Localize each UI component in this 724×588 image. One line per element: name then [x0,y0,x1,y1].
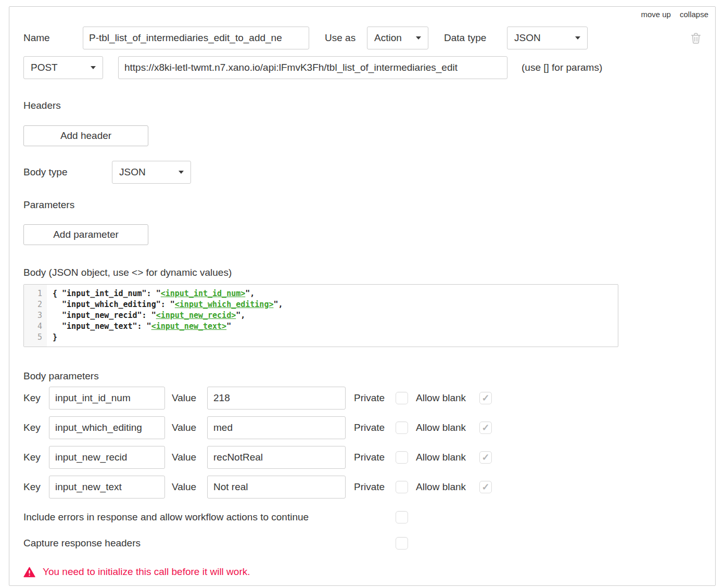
code-text: "input_new_text": "<input_new_text>" [47,321,231,332]
move-up-link[interactable]: move up [641,10,671,20]
name-input[interactable] [83,27,309,49]
url-input[interactable] [118,56,507,79]
key-label: Key [23,452,49,463]
json-text: } [53,333,57,342]
params-hint: (use [] for params) [522,62,602,73]
chevron-down-icon [416,36,421,40]
body-parameter-row: KeyValuePrivateAllow blank✓ [23,476,701,498]
key-label: Key [23,481,49,493]
private-checkbox[interactable] [396,481,408,493]
use-as-label: Use as [325,32,367,44]
dynamic-value: <input_new_recid> [156,311,236,320]
key-input[interactable] [49,387,165,410]
add-header-button[interactable]: Add header [23,125,148,146]
code-text: } [47,332,57,343]
allow-blank-checkbox[interactable]: ✓ [479,481,492,493]
value-input[interactable] [207,387,346,410]
body-type-dropdown[interactable]: JSON [112,161,191,184]
body-parameter-row: KeyValuePrivateAllow blank✓ [23,446,701,469]
key-input[interactable] [49,416,165,439]
code-text: "input_new_recid": "<input_new_recid>", [47,310,245,321]
chevron-down-icon [575,36,580,40]
code-lines: 1{ "input_int_id_num": "<input_int_id_nu… [24,288,618,343]
allow-blank-label: Allow blank [416,452,479,463]
add-parameter-button[interactable]: Add parameter [23,224,148,245]
json-text: ", [236,311,245,320]
key-label: Key [23,422,49,433]
value-input[interactable] [207,476,346,498]
code-line: 3 "input_new_recid": "<input_new_recid>"… [24,310,618,321]
code-line: 2 "input_which_editing": "<input_which_e… [24,299,618,310]
method-dropdown[interactable]: POST [23,56,103,79]
allow-blank-checkbox[interactable]: ✓ [479,392,492,404]
data-type-label: Data type [444,32,507,44]
value-label: Value [172,422,207,433]
capture-headers-checkbox[interactable] [396,537,408,549]
chevron-down-icon [91,66,96,69]
delete-call-button[interactable] [691,32,701,44]
json-text: " [226,322,231,331]
method-value: POST [31,62,58,73]
dynamic-value: <input_new_text> [151,322,227,331]
include-errors-checkbox[interactable] [396,511,408,523]
allow-blank-label: Allow blank [416,392,479,404]
code-text: "input_which_editing": "<input_which_edi… [47,299,283,310]
chevron-down-icon [179,171,184,174]
value-input[interactable] [207,416,346,439]
private-label: Private [354,452,396,463]
allow-blank-label: Allow blank [416,422,479,433]
capture-headers-row: Capture response headers [23,537,701,549]
key-input[interactable] [49,476,165,498]
code-text: { "input_int_id_num": "<input_int_id_num… [47,288,255,299]
private-checkbox[interactable] [396,421,408,434]
trash-icon [691,32,701,44]
panel-controls: move up collapse [23,10,708,20]
include-errors-row: Include errors in response and allow wor… [23,511,701,523]
allow-blank-label: Allow blank [416,481,479,493]
json-text: "input_which_editing": " [53,300,175,309]
body-parameters-list: KeyValuePrivateAllow blank✓KeyValuePriva… [23,387,701,498]
warning-icon [23,567,35,578]
value-label: Value [172,481,207,493]
key-label: Key [23,392,49,404]
allow-blank-checkbox[interactable]: ✓ [479,421,492,434]
allow-blank-checkbox[interactable]: ✓ [479,451,492,464]
line-number: 5 [24,332,47,343]
private-label: Private [354,422,396,433]
json-text: ", [245,289,255,298]
data-type-dropdown[interactable]: JSON [507,27,588,49]
key-input[interactable] [49,446,165,469]
json-text: { "input_int_id_num": " [53,289,161,298]
name-label: Name [23,32,83,44]
code-line: 1{ "input_int_id_num": "<input_int_id_nu… [24,288,618,299]
dynamic-value: <input_which_editing> [175,300,274,309]
use-as-dropdown[interactable]: Action [367,27,428,49]
body-json-editor[interactable]: 1{ "input_int_id_num": "<input_int_id_nu… [23,284,618,347]
name-row: Name Use as Action Data type JSON [23,27,701,49]
body-type-label: Body type [23,167,112,178]
api-call-panel: move up collapse Name Use as Action Data… [9,6,716,586]
use-as-value: Action [374,32,402,44]
body-parameter-row: KeyValuePrivateAllow blank✓ [23,387,701,410]
parameters-section-label: Parameters [23,198,701,212]
body-parameters-label: Body parameters [23,369,701,383]
json-text: ", [273,300,283,309]
value-label: Value [172,392,207,404]
warning-message: You need to initialize this call before … [23,566,701,578]
private-checkbox[interactable] [396,392,408,404]
line-number: 2 [24,299,47,310]
private-checkbox[interactable] [396,451,408,464]
code-line: 4 "input_new_text": "<input_new_text>" [24,321,618,332]
warning-text: You need to initialize this call before … [43,566,250,578]
body-type-value: JSON [119,167,146,178]
collapse-link[interactable]: collapse [680,10,708,20]
body-section-label: Body (JSON object, use <> for dynamic va… [23,266,701,279]
private-label: Private [354,481,396,493]
include-errors-label: Include errors in response and allow wor… [23,512,396,523]
code-line: 5} [24,332,618,343]
dynamic-value: <input_int_id_num> [161,289,246,298]
data-type-value: JSON [514,32,541,44]
value-input[interactable] [207,446,346,469]
request-row: POST (use [] for params) [23,56,701,79]
json-text: "input_new_recid": " [53,311,156,320]
